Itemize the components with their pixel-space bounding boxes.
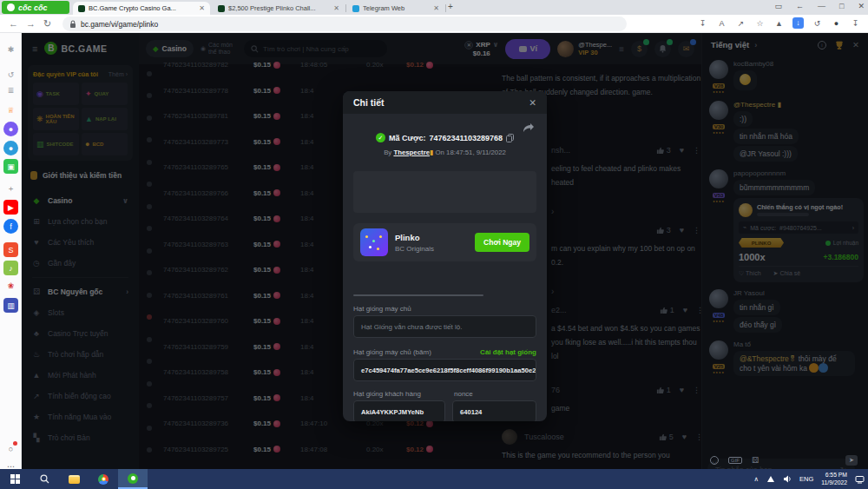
server-seed-hash-value: e7c459474fa77ae5ce9e6218f5f8ceff4086f991…: [361, 367, 536, 374]
shopee-icon[interactable]: S: [3, 242, 18, 257]
copy-icon[interactable]: [506, 134, 514, 142]
shield-icon[interactable]: ▲: [773, 19, 785, 28]
translate-icon[interactable]: A: [716, 19, 727, 28]
share-icon[interactable]: ↗: [735, 19, 746, 28]
vip-crown-icon[interactable]: ♕: [3, 102, 18, 117]
emoji-picker-icon[interactable]: ◡: [710, 456, 719, 465]
extensions-row: ↧A↗☆▲↓↺●↧: [697, 17, 861, 29]
sidebar-toggle-icon[interactable]: ←: [796, 2, 804, 10]
coccoc-logo-icon: [7, 3, 15, 11]
dice-icon[interactable]: ⚄: [752, 456, 759, 465]
browser-tabstrip: cốc cốc BC.Game Crypto Casino Ga... ✕ $2…: [0, 0, 868, 15]
server-seed-label: Hạt giống máy chủ: [353, 305, 411, 313]
start-button[interactable]: [0, 469, 30, 489]
new-tab-button[interactable]: +: [448, 2, 453, 11]
game-card: Plinko BC Originals Chơi Ngay: [353, 223, 536, 261]
notifications-icon[interactable]: ○: [3, 441, 18, 456]
nonce-field[interactable]: 640124: [452, 400, 536, 421]
volume-icon[interactable]: [783, 475, 792, 483]
zalo-icon[interactable]: ●: [3, 141, 18, 155]
add-new-icon[interactable]: ＋: [3, 182, 18, 196]
windows-taskbar: ∧ ENG 6:55 PM 11/9/2022: [0, 469, 868, 489]
multiplier-chips: [353, 268, 536, 291]
nonce-value: 640124: [460, 408, 482, 416]
reading-list-icon[interactable]: ≣: [3, 83, 18, 97]
downloads-icon[interactable]: ↓: [792, 17, 804, 29]
coccoc-icon: [128, 473, 138, 484]
tab-close-icon[interactable]: ✕: [199, 4, 205, 12]
action-center-icon[interactable]: [855, 475, 865, 484]
bookmark-star-icon[interactable]: ☆: [754, 19, 766, 28]
folder-icon: [69, 475, 80, 484]
gif-picker-icon[interactable]: GIF: [728, 457, 742, 464]
game-provider: BC Originals: [395, 245, 434, 253]
browser-sidebar: ✱↺≣♕●●▣＋▶fS♪❀▥○⋯: [0, 33, 22, 469]
tab-close-icon[interactable]: ✕: [333, 4, 339, 12]
server-seed-hash-label: Hạt giống máy chủ (băm): [353, 348, 431, 356]
games-icon[interactable]: ▣: [3, 159, 18, 174]
server-seed-hash-field[interactable]: e7c459474fa77ae5ce9e6218f5f8ceff4086f991…: [353, 359, 536, 381]
address-bar[interactable]: bc.game/vi/game/plinko: [62, 17, 627, 31]
garden-icon[interactable]: ❀: [3, 278, 18, 293]
tray-expand-icon[interactable]: ∧: [754, 475, 760, 483]
client-seed-value: AkiA4YKKPJMYeNb: [361, 408, 424, 416]
zing-icon[interactable]: ♪: [3, 261, 18, 275]
taskbar-coccoc-active[interactable]: [118, 469, 148, 489]
settings-icon[interactable]: ✱: [3, 42, 18, 56]
minimize-button[interactable]: —: [818, 2, 825, 10]
reload-button[interactable]: ↻: [43, 18, 51, 30]
coccoc-logo-text: cốc cốc: [18, 3, 48, 12]
seed-settings-link[interactable]: Cài đặt hạt giống: [480, 348, 536, 356]
keyboard-language[interactable]: ENG: [799, 475, 813, 483]
client-seed-field[interactable]: AkiA4YKKPJMYeNb: [353, 400, 445, 421]
tab-title: $2,500 Prestige Plinko Chall...: [228, 4, 330, 12]
tab-favicon: [78, 5, 85, 12]
bet-datetime: 18:47:51, 9/11/2022: [446, 149, 506, 156]
share-icon[interactable]: [523, 122, 535, 133]
save-icon[interactable]: ↧: [697, 19, 708, 28]
game-name: Plinko: [395, 233, 434, 242]
browser-tab[interactable]: BC.Game Crypto Casino Ga... ✕: [73, 2, 210, 15]
bet-details-modal: Chi tiết ✕ ✓ Mã Cược: 74762341103289768 …: [343, 91, 547, 421]
windows-logo-icon: [10, 474, 20, 484]
back-button[interactable]: ←: [9, 18, 18, 29]
screen: cốc cốc BC.Game Crypto Casino Ga... ✕ $2…: [0, 0, 868, 489]
taskbar-chrome[interactable]: [89, 469, 118, 489]
play-now-button[interactable]: Chơi Ngay: [475, 233, 529, 252]
taskbar-search[interactable]: [30, 469, 59, 489]
system-clock[interactable]: 6:55 PM 11/9/2022: [821, 472, 847, 486]
medal-icon: ▮: [430, 149, 433, 156]
client-seed-label: Hạt giống khách hàng: [353, 390, 421, 398]
browser-tab[interactable]: Telegram Web ✕: [347, 2, 444, 15]
maximize-button[interactable]: □: [839, 2, 844, 10]
send-message-icon[interactable]: ➤: [845, 455, 858, 466]
forward-button[interactable]: →: [26, 18, 36, 29]
download-tray-icon[interactable]: ↧: [850, 19, 861, 28]
tv-icon[interactable]: ▥: [3, 298, 18, 313]
search-icon: [40, 474, 49, 484]
tab-title: BC.Game Crypto Casino Ga...: [89, 4, 195, 12]
facebook-icon[interactable]: f: [3, 219, 18, 234]
by-label: By: [384, 149, 391, 156]
tab-title: Telegram Web: [363, 4, 430, 12]
on-label: On: [435, 149, 444, 156]
chips-scrollbar[interactable]: [353, 294, 483, 296]
messenger-icon[interactable]: ●: [3, 122, 18, 136]
profile-icon[interactable]: ●: [831, 19, 842, 28]
sync-icon[interactable]: ↺: [812, 19, 823, 28]
nonce-label: nonce: [454, 390, 473, 398]
player-link[interactable]: Thespectre: [393, 149, 430, 156]
youtube-icon[interactable]: ▶: [3, 200, 18, 215]
history-icon[interactable]: ↺: [3, 67, 18, 82]
browser-tab[interactable]: $2,500 Prestige Plinko Chall... ✕: [213, 2, 345, 15]
tab-search-icon[interactable]: ▭: [775, 2, 783, 10]
network-icon[interactable]: [766, 475, 775, 483]
coccoc-logo[interactable]: cốc cốc: [2, 1, 69, 14]
close-button[interactable]: ✕: [858, 2, 865, 10]
server-seed-field[interactable]: Hạt Giống vẫn chưa được tiết lộ.: [353, 315, 536, 338]
tab-close-icon[interactable]: ✕: [433, 4, 439, 12]
verified-check-icon: ✓: [376, 133, 385, 142]
modal-title: Chi tiết: [353, 97, 385, 108]
taskbar-file-explorer[interactable]: [59, 469, 89, 489]
modal-close-icon[interactable]: ✕: [529, 97, 536, 108]
